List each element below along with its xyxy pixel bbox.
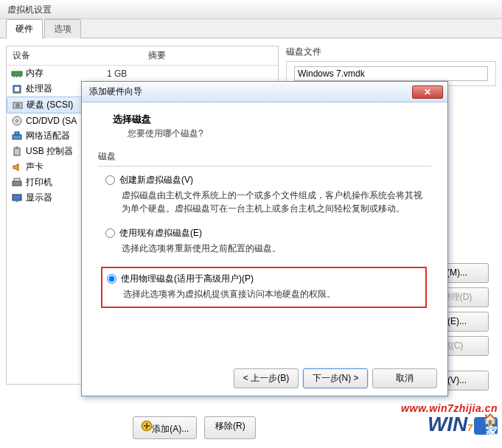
remove-button[interactable]: 移除(R)	[204, 416, 256, 439]
svg-rect-12	[14, 148, 20, 155]
dialog-subheading: 您要使用哪个磁盘?	[128, 127, 431, 140]
radio-label: 使用物理磁盘(适用于高级用户)(P)	[121, 273, 254, 285]
svg-rect-13	[15, 147, 18, 149]
device-summary: 1 GB	[107, 69, 273, 79]
add-hardware-wizard-dialog: 添加硬件向导 ✕ 选择磁盘 您要使用哪个磁盘? 磁盘 创建新虚拟磁盘(V) 虚拟…	[81, 81, 448, 396]
svg-rect-2	[16, 76, 18, 77]
dialog-close-button[interactable]: ✕	[412, 85, 443, 99]
device-label: 内存	[26, 67, 43, 80]
radio-use-physical-disk-desc: 选择此选项将为虚拟机提供直接访问本地硬盘的权限。	[123, 287, 421, 301]
device-label: CD/DVD (SA	[26, 116, 77, 126]
dialog-title: 添加硬件向导	[89, 85, 142, 98]
next-button[interactable]: 下一步(N) >	[303, 368, 368, 388]
svg-rect-1	[13, 76, 15, 77]
device-label: 硬盘 (SCSI)	[27, 99, 73, 111]
tab-options[interactable]: 选项	[44, 19, 81, 38]
sound-icon	[11, 161, 23, 173]
device-label: 显示器	[26, 192, 52, 204]
watermark-logo: WIN7🏠家	[401, 414, 498, 435]
radio-label: 创建新虚拟磁盘(V)	[119, 174, 193, 186]
cpu-icon	[11, 83, 23, 95]
radio-create-new-disk-desc: 虚拟磁盘由主机文件系统上的一个或多个文件组成，客户机操作系统会将其视为单个硬盘。…	[122, 189, 427, 215]
disk-file-label: 磁盘文件	[286, 46, 496, 58]
device-label: 声卡	[26, 161, 43, 173]
display-icon	[11, 192, 23, 204]
svg-rect-17	[15, 200, 18, 202]
svg-point-9	[16, 120, 18, 122]
device-row-memory[interactable]: 内存 1 GB	[7, 66, 278, 81]
svg-point-7	[15, 103, 20, 108]
memory-icon	[11, 68, 23, 80]
svg-rect-15	[14, 178, 20, 181]
back-button[interactable]: < 上一步(B)	[234, 368, 299, 388]
svg-rect-11	[15, 132, 19, 135]
device-label: 打印机	[26, 176, 52, 189]
col-summary: 摘要	[142, 46, 278, 65]
usb-icon	[11, 146, 23, 158]
add-button[interactable]: 添加(A)...	[133, 416, 197, 439]
highlighted-option: 使用物理磁盘(适用于高级用户)(P) 选择此选项将为虚拟机提供直接访问本地硬盘的…	[101, 267, 427, 308]
svg-rect-10	[13, 135, 21, 139]
hdd-icon	[12, 99, 24, 111]
device-label: 网络适配器	[26, 130, 70, 142]
cancel-button[interactable]: 取消	[372, 368, 437, 388]
device-label: USB 控制器	[26, 145, 73, 158]
tab-bar: 硬件 选项	[0, 19, 502, 38]
radio-use-physical-disk-input[interactable]	[107, 274, 116, 284]
device-label: 处理器	[26, 83, 52, 95]
home-icon: 🏠家	[474, 417, 498, 435]
window-title: 虚拟机设置	[0, 0, 502, 19]
tab-hardware[interactable]: 硬件	[6, 19, 43, 38]
svg-rect-3	[19, 76, 21, 77]
printer-icon	[11, 177, 23, 189]
svg-rect-14	[13, 181, 21, 186]
network-icon	[11, 130, 23, 142]
close-icon: ✕	[424, 87, 431, 97]
dialog-heading: 选择磁盘	[113, 113, 431, 126]
svg-rect-5	[15, 87, 19, 91]
radio-use-existing-disk-input[interactable]	[105, 228, 115, 238]
radio-label: 使用现有虚拟磁盘(E)	[119, 227, 202, 239]
disk-file-input[interactable]	[294, 66, 488, 81]
col-device: 设备	[7, 46, 142, 65]
radio-use-existing-disk[interactable]: 使用现有虚拟磁盘(E)	[105, 227, 427, 239]
radio-use-existing-disk-desc: 选择此选项将重新使用之前配置的磁盘。	[122, 242, 427, 255]
cd-icon	[11, 115, 23, 127]
svg-rect-16	[13, 195, 21, 200]
radio-create-new-disk[interactable]: 创建新虚拟磁盘(V)	[105, 174, 427, 186]
watermark: www.win7zhijia.cn WIN7🏠家	[401, 402, 498, 435]
disk-group-label: 磁盘	[98, 150, 431, 163]
radio-create-new-disk-input[interactable]	[105, 175, 115, 185]
radio-use-physical-disk[interactable]: 使用物理磁盘(适用于高级用户)(P)	[107, 273, 421, 285]
svg-rect-0	[12, 71, 22, 76]
add-icon	[141, 420, 150, 429]
